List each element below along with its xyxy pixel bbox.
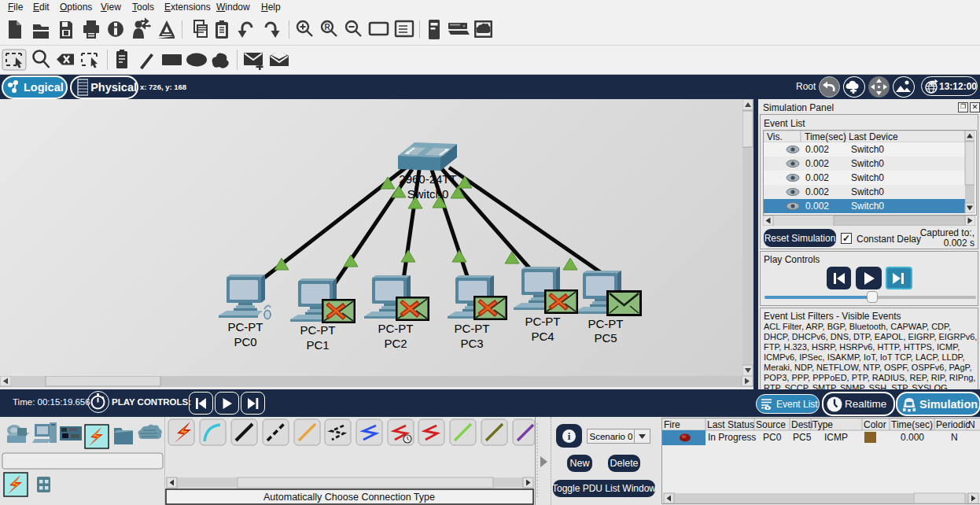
svg-text:PC-PT: PC-PT (228, 320, 263, 334)
svg-text:N: N (968, 419, 975, 430)
svg-text:PC1: PC1 (306, 338, 329, 352)
svg-text:PC-PT: PC-PT (300, 323, 336, 337)
svg-text:Switch0: Switch0 (851, 144, 884, 155)
svg-text:In Progress: In Progress (708, 432, 756, 443)
svg-text:Time(sec): Time(sec) (891, 419, 933, 430)
svg-text:0.002: 0.002 (805, 172, 829, 183)
svg-text:Last Status: Last Status (707, 419, 754, 430)
svg-text:PC0: PC0 (234, 335, 256, 348)
svg-text:PC5: PC5 (793, 432, 812, 443)
svg-text:PC-PT: PC-PT (525, 315, 561, 328)
svg-text:Time(sec): Time(sec) (805, 131, 846, 142)
svg-text:Desti: Desti (791, 419, 812, 430)
svg-text:PC4: PC4 (531, 330, 554, 343)
svg-text:Vis.: Vis. (767, 131, 783, 142)
svg-text:0.002: 0.002 (805, 144, 829, 155)
svg-text:PC3: PC3 (460, 337, 483, 350)
svg-text:PC5: PC5 (594, 331, 617, 345)
svg-text:Switch0: Switch0 (851, 186, 884, 197)
svg-text:Switch0: Switch0 (851, 201, 884, 212)
svg-text:Switch0: Switch0 (851, 172, 884, 183)
svg-text:0.002: 0.002 (805, 186, 829, 197)
svg-text:R: R (324, 23, 330, 31)
svg-text:Type: Type (812, 419, 833, 430)
svg-text:Source: Source (756, 419, 786, 430)
svg-text:2960-24TT: 2960-24TT (399, 172, 456, 186)
svg-text:N: N (951, 432, 958, 443)
svg-text:Switch0: Switch0 (851, 158, 884, 169)
svg-text:Automatically Choose Connectio: Automatically Choose Connection Type (263, 492, 435, 503)
svg-text:PC-PT: PC-PT (588, 317, 624, 330)
svg-text:PC0: PC0 (763, 432, 782, 443)
svg-text:ICMP: ICMP (824, 432, 848, 443)
svg-text:Last Device: Last Device (849, 131, 898, 142)
svg-text:Periodic: Periodic (936, 419, 970, 430)
svg-text:PC-PT: PC-PT (378, 322, 414, 335)
svg-text:0.002: 0.002 (805, 158, 829, 169)
svg-text:PC2: PC2 (384, 337, 407, 350)
svg-text:Fire: Fire (664, 419, 680, 430)
svg-text:0.002: 0.002 (805, 201, 829, 212)
svg-text:Color: Color (864, 419, 886, 430)
svg-text:0.000: 0.000 (901, 432, 924, 443)
svg-text:PC-PT: PC-PT (455, 322, 490, 335)
svg-text:Switch0: Switch0 (407, 187, 449, 201)
